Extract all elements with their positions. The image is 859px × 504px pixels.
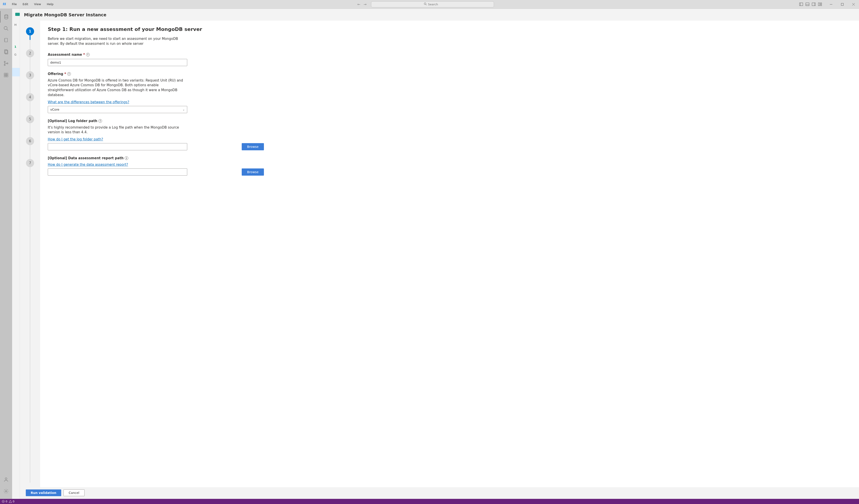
app-logo-icon <box>0 2 9 6</box>
offering-value: vCore <box>50 108 59 111</box>
info-icon[interactable]: i <box>67 72 71 76</box>
step-6[interactable]: 6 <box>26 137 34 145</box>
panel-left-icon[interactable] <box>798 0 804 9</box>
form-area: Step 1: Run a new assessment of your Mon… <box>40 21 859 487</box>
nav-back-icon[interactable]: ← <box>356 2 362 6</box>
layout-icon[interactable] <box>817 0 823 9</box>
side-panel-row-1: 1 <box>12 42 20 51</box>
search-icon <box>424 2 427 6</box>
warning-icon <box>9 500 12 503</box>
step-7[interactable]: 7 <box>26 159 34 167</box>
settings-gear-icon[interactable] <box>0 485 12 497</box>
global-search[interactable] <box>371 1 494 7</box>
svg-rect-18 <box>5 38 7 42</box>
chevron-down-icon: ⌄ <box>182 108 185 111</box>
report-path-label: [Optional] Data assessment report path <box>48 156 123 160</box>
step-2[interactable]: 2 <box>26 49 34 57</box>
log-path-label: [Optional] Log folder path <box>48 119 97 123</box>
wizard-footer: Run validation Cancel <box>20 487 859 499</box>
offering-select[interactable]: vCore ⌄ <box>48 106 187 113</box>
svg-point-25 <box>4 64 5 66</box>
required-marker: * <box>83 53 85 57</box>
log-path-desc: It's highly recommended to provide a Log… <box>48 125 184 135</box>
offering-label: Offering <box>48 72 63 76</box>
report-path-browse-button[interactable]: Browse <box>242 169 264 176</box>
required-marker: * <box>64 72 66 76</box>
side-panel-item-selected[interactable] <box>12 68 20 76</box>
activity-bar <box>0 9 12 499</box>
page-title: Migrate MongoDB Server Instance <box>24 12 855 17</box>
step-intro: Before we start migration, we need to st… <box>48 36 184 46</box>
side-panel-item[interactable] <box>12 59 20 68</box>
log-path-input[interactable] <box>48 143 187 150</box>
panel-right-icon[interactable] <box>811 0 817 9</box>
menu-file[interactable]: File <box>9 0 20 9</box>
status-warnings[interactable]: 0 <box>9 500 15 503</box>
svg-rect-27 <box>4 73 6 75</box>
main-content: Migrate MongoDB Server Instance 1 2 3 4 … <box>20 9 859 499</box>
menu-view[interactable]: View <box>31 0 44 9</box>
nav-arrows: ← → <box>356 2 368 6</box>
log-path-help-link[interactable]: How do I get the log folder path? <box>48 137 103 141</box>
step-3[interactable]: 3 <box>26 71 34 79</box>
svg-rect-4 <box>806 3 809 6</box>
explorer-icon[interactable] <box>0 46 12 58</box>
svg-rect-2 <box>800 3 803 6</box>
assessment-name-label: Assessment name <box>48 53 82 57</box>
account-icon[interactable] <box>0 474 12 485</box>
svg-rect-28 <box>4 75 6 77</box>
svg-point-15 <box>5 15 8 16</box>
connections-icon[interactable] <box>0 11 12 22</box>
step-5[interactable]: 5 <box>26 115 34 123</box>
info-icon[interactable]: i <box>99 119 102 123</box>
offering-differences-link[interactable]: What are the differences between the off… <box>48 100 129 104</box>
offering-desc: Azure Cosmos DB for MongoDB is offered i… <box>48 78 184 98</box>
menu-bar: File Edit View Help <box>9 0 56 9</box>
report-path-input[interactable] <box>48 169 187 176</box>
svg-rect-8 <box>818 3 820 6</box>
panel-bottom-icon[interactable] <box>804 0 811 9</box>
svg-point-16 <box>4 27 7 30</box>
svg-rect-10 <box>820 5 822 6</box>
info-icon[interactable]: i <box>86 53 90 57</box>
log-path-browse-button[interactable]: Browse <box>242 143 264 150</box>
title-bar: File Edit View Help ← → <box>0 0 859 9</box>
menu-help[interactable]: Help <box>44 0 57 9</box>
status-bar: 0 0 <box>0 499 859 504</box>
svg-rect-6 <box>812 3 815 6</box>
notebooks-icon[interactable] <box>0 34 12 46</box>
svg-rect-30 <box>6 73 8 75</box>
assessment-name-input[interactable] <box>48 59 187 66</box>
window-minimize-icon[interactable] <box>825 0 837 9</box>
menu-edit[interactable]: Edit <box>20 0 31 9</box>
svg-line-1 <box>426 4 426 5</box>
svg-point-31 <box>5 478 7 479</box>
side-panel-heading-g: G <box>12 53 20 56</box>
svg-rect-9 <box>820 3 822 4</box>
source-control-icon[interactable] <box>0 58 12 69</box>
search-input[interactable] <box>428 3 441 6</box>
wizard-stepper: 1 2 3 4 5 6 7 <box>20 21 40 487</box>
extensions-icon[interactable] <box>0 69 12 81</box>
page-header: Migrate MongoDB Server Instance <box>20 9 859 21</box>
side-panel-row-h: H <box>12 20 20 29</box>
warning-count: 0 <box>13 500 15 503</box>
svg-rect-12 <box>841 3 843 5</box>
svg-line-17 <box>7 29 8 30</box>
window-close-icon[interactable] <box>848 0 859 9</box>
step-4[interactable]: 4 <box>26 93 34 101</box>
svg-point-32 <box>5 491 7 492</box>
svg-point-24 <box>4 61 5 63</box>
info-icon[interactable]: i <box>125 156 128 160</box>
window-maximize-icon[interactable] <box>837 0 848 9</box>
svg-point-0 <box>424 3 426 5</box>
search-activity-icon[interactable] <box>0 22 12 34</box>
report-path-help-link[interactable]: How do I generate the data assessment re… <box>48 163 128 167</box>
step-1[interactable]: 1 <box>26 27 34 35</box>
nav-forward-icon[interactable]: → <box>362 2 368 6</box>
run-validation-button[interactable]: Run validation <box>26 489 61 496</box>
side-panel: H 1 G <box>12 9 20 499</box>
status-errors[interactable]: 0 <box>2 500 7 503</box>
cancel-button[interactable]: Cancel <box>63 489 84 496</box>
step-title: Step 1: Run a new assessment of your Mon… <box>48 27 852 32</box>
